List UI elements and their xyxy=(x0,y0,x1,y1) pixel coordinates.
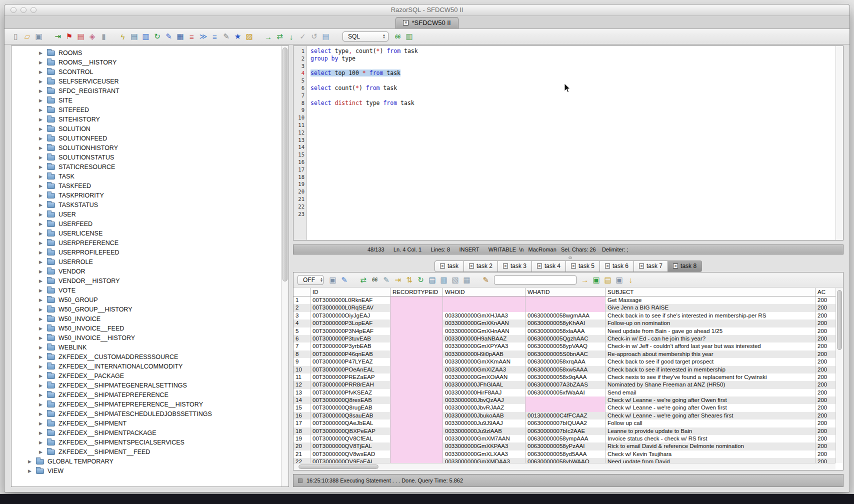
cell-activitydate[interactable]: 200 xyxy=(816,335,836,342)
table-row[interactable]: 700T3000000P3yrbEAB0033000000GmXPYAA3006… xyxy=(294,342,836,350)
results-horizontal-scrollbar[interactable] xyxy=(294,463,836,470)
cell-whoid[interactable]: 0033000000JbukoAAB xyxy=(443,412,526,420)
cell-rownum[interactable]: 12 xyxy=(294,381,310,388)
cell-activitydate[interactable]: 200 xyxy=(816,450,836,458)
tree-item-w50-invoice-history[interactable]: ▶W50_INVOICE__HISTORY xyxy=(12,333,280,342)
expand-arrow-icon[interactable]: ▶ xyxy=(39,98,44,103)
cell-whoid[interactable]: 0033000000GmXKnAAN xyxy=(443,320,526,327)
tree-item-user[interactable]: ▶USER xyxy=(12,210,280,219)
cell-whoid[interactable]: 0033000000GmXOiAAN xyxy=(443,374,526,381)
cell-rownum[interactable]: 19 xyxy=(294,435,310,442)
cell-id[interactable]: 00T3000000L0RqSEAV xyxy=(310,304,390,312)
cell-subject[interactable]: Check w/ Kevin Tsujihara xyxy=(606,450,816,458)
tree-item-zkfedex-shipment-feed[interactable]: ▶ZKFEDEX__SHIPMENT__FEED xyxy=(12,447,280,456)
expand-arrow-icon[interactable]: ▶ xyxy=(39,126,44,132)
cell-subject[interactable]: Check nexis to see if they've found a re… xyxy=(606,374,816,381)
tree-item-taskstatus[interactable]: ▶TASKSTATUS xyxy=(12,200,280,210)
cell-subject[interactable]: Need update from David xyxy=(606,458,816,463)
cell-subject[interactable]: Check back in to see if she's interested… xyxy=(606,312,816,320)
cell-activitydate[interactable]: 200 xyxy=(816,412,836,420)
cell-id[interactable]: 00T3000000PRR8rEAH xyxy=(310,381,390,388)
save-results-icon[interactable]: ▣ xyxy=(328,274,338,285)
expand-arrow-icon[interactable]: ▶ xyxy=(39,50,44,56)
cell-rownum[interactable]: 5 xyxy=(294,328,310,335)
cell-activitydate[interactable]: 200 xyxy=(816,381,836,388)
cell-whoid[interactable]: 0033000000GmXMDAA3 xyxy=(443,458,526,463)
export-table-icon[interactable]: ▥ xyxy=(140,32,151,42)
expand-arrow-icon[interactable]: ▶ xyxy=(39,269,44,274)
cell-id[interactable]: 00T3000000Q8sauEAB xyxy=(310,412,390,420)
column-header-whatid[interactable]: WHATID xyxy=(526,288,606,296)
tree-item-vendor[interactable]: ▶VENDOR xyxy=(12,266,280,276)
table-favorites-icon[interactable]: ▨ xyxy=(244,32,254,42)
tree-item-zkfedex-shipmatescheduledjobssettings[interactable]: ▶ZKFEDEX__SHIPMATESCHEDULEDJOBSSETTINGS xyxy=(12,409,280,418)
copy-icon[interactable]: ▤ xyxy=(76,32,86,42)
cell-activitydate[interactable]: 200 xyxy=(816,328,836,335)
minimize-window-button[interactable] xyxy=(20,7,26,13)
table-row[interactable]: 1800T3000000QBXPeEAP0033000000Ju9zlAAB00… xyxy=(294,428,836,435)
cell-activitydate[interactable]: 200 xyxy=(816,374,836,381)
cell-whatid[interactable]: 006300000058yKhAAI xyxy=(526,320,606,327)
expand-arrow-icon[interactable]: ▶ xyxy=(39,260,44,264)
export-results-icon[interactable]: ▣ xyxy=(591,274,602,285)
cell-recordtypeid[interactable] xyxy=(390,412,443,420)
cell-recordtypeid[interactable] xyxy=(390,366,443,374)
expand-arrow-icon[interactable]: ▶ xyxy=(39,364,44,369)
cell-rownum[interactable]: 20 xyxy=(294,442,310,450)
expand-arrow-icon[interactable]: ▶ xyxy=(39,136,44,141)
sidebar-scrollbar[interactable] xyxy=(281,46,288,486)
title-bar[interactable]: RazorSQL - SFDCW50 II xyxy=(4,4,850,16)
expand-arrow-icon[interactable]: ▶ xyxy=(39,430,44,436)
cell-recordtypeid[interactable] xyxy=(390,304,443,312)
cell-recordtypeid[interactable] xyxy=(390,374,443,381)
expand-arrow-icon[interactable]: ▶ xyxy=(39,412,44,416)
table-row[interactable]: 1300T3000000PfvKSEAZ0033000000HirF8AAJ00… xyxy=(294,389,836,396)
cell-id[interactable]: 00T3000000P46qnEAB xyxy=(310,350,390,358)
results-vscroll-thumb[interactable] xyxy=(837,290,842,350)
table-row[interactable]: 1000T3000000POeAnEAL0033000000GmXIZAA300… xyxy=(294,366,836,374)
expand-arrow-icon[interactable]: ▶ xyxy=(28,468,32,474)
table-row[interactable]: 1100T3000000PREZaEAP0033000000GmXOiAAN00… xyxy=(294,374,836,381)
expand-arrow-icon[interactable]: ▶ xyxy=(39,421,44,426)
column-list-icon[interactable]: ≡ xyxy=(186,32,197,42)
save-cell-icon[interactable]: ▣ xyxy=(614,274,624,285)
expand-arrow-icon[interactable]: ▶ xyxy=(39,146,44,150)
cell-whoid[interactable] xyxy=(443,304,526,312)
database-icon[interactable]: ▮ xyxy=(98,32,109,42)
cell-whatid[interactable]: 00630000007bIc2AAE xyxy=(526,428,606,435)
tree-item-solution[interactable]: ▶SOLUTION xyxy=(12,124,280,134)
expand-arrow-icon[interactable]: ▶ xyxy=(39,316,44,322)
table-row[interactable]: 500T3000000P3N4pEAF0033000000GmXHnAAN006… xyxy=(294,328,836,335)
format-results-icon[interactable]: ✎ xyxy=(339,274,350,285)
goto-row-icon[interactable]: 66 xyxy=(370,274,380,285)
cell-rownum[interactable]: 11 xyxy=(294,374,310,381)
cell-activitydate[interactable]: 200 xyxy=(816,342,836,350)
notes-add-icon[interactable]: ▤ xyxy=(602,274,613,285)
column-header-subject[interactable]: SUBJECT xyxy=(606,288,816,296)
tree-item-userlicense[interactable]: ▶USERLICENSE xyxy=(12,228,280,238)
tree-item-w50-invoice-feed[interactable]: ▶W50_INVOICE__FEED xyxy=(12,324,280,333)
copy-table-icon[interactable]: ▦ xyxy=(462,274,472,285)
cell-rownum[interactable]: 22 xyxy=(294,458,310,463)
cell-id[interactable]: 00T3000000L0RknEAF xyxy=(310,296,390,304)
tree-item-taskfeed[interactable]: ▶TASKFEED xyxy=(12,181,280,190)
result-tab-task-2[interactable]: ×task 2 xyxy=(464,260,498,272)
expand-arrow-icon[interactable]: ▶ xyxy=(39,374,44,378)
table-row[interactable]: 1900T3000000QV8CfEAL0033000000GmXM7AAN00… xyxy=(294,435,836,442)
cell-whatid[interactable]: 006300000058yhWAAQ xyxy=(526,458,606,463)
refresh-table-icon[interactable]: ↻ xyxy=(152,32,162,42)
close-tab-icon[interactable]: × xyxy=(639,264,644,268)
cell-rownum[interactable]: 13 xyxy=(294,389,310,396)
cell-id[interactable]: 00T3000000QBXPeEAP xyxy=(310,428,390,435)
cell-recordtypeid[interactable] xyxy=(390,381,443,388)
cell-whoid[interactable] xyxy=(443,296,526,304)
cell-recordtypeid[interactable] xyxy=(390,428,443,435)
expand-arrow-icon[interactable]: ▶ xyxy=(39,155,44,160)
cell-whatid[interactable]: 006300000058x9qAAA xyxy=(526,374,606,381)
close-tab-icon[interactable]: × xyxy=(537,264,542,268)
cell-rownum[interactable]: 7 xyxy=(294,342,310,350)
tree-item-zkfedex-shipmatepreference-history[interactable]: ▶ZKFEDEX__SHIPMATEPREFERENCE__HISTORY xyxy=(12,400,280,409)
cell-id[interactable]: 00T3000000P3yrbEAB xyxy=(310,342,390,350)
cell-rownum[interactable]: 3 xyxy=(294,312,310,320)
tree-item-global-temporary[interactable]: ▶GLOBAL TEMPORARY xyxy=(12,456,280,466)
